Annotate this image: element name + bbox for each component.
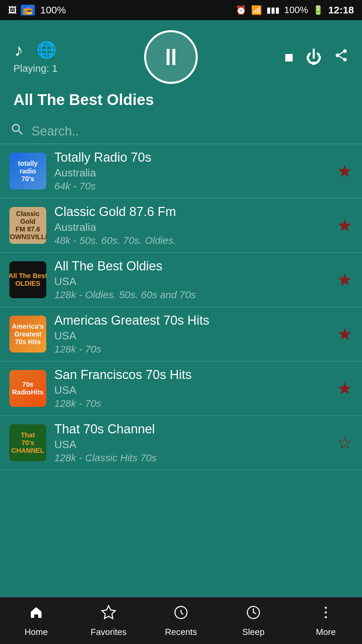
station-logo: 70s RadioHits [9,370,46,407]
station-name: That 70s Channel [54,422,329,436]
recents-nav-label: Recents [165,627,197,637]
pause-button[interactable]: ⏸ [144,30,198,84]
status-right: ⏰ 📶 ▮▮▮ 100% 🔋 12:18 [236,4,354,16]
search-bar [0,115,362,144]
station-item[interactable]: Classic Gold FM 87.6 TOWNSVILLE Classic … [0,199,362,253]
favorites-nav-label: Favorites [91,627,127,637]
station-info: Americas Greatest 70s Hits USA 128k - 70… [46,313,337,355]
station-country: Australia [54,221,329,233]
bottom-nav: Home Favorites Recents Sleep More [0,597,362,644]
signal-count: 100% [40,4,66,16]
station-list: totally radio 70's Totally Radio 70s Aus… [0,144,362,597]
svg-point-4 [325,611,327,613]
station-item[interactable]: totally radio 70's Totally Radio 70s Aus… [0,144,362,199]
station-meta: 64k - 70s [54,180,329,192]
sleep-nav-label: Sleep [242,627,265,637]
controls-right: ■ ⏻ [284,48,349,66]
station-logo: All The Best OLDIES [9,261,46,298]
station-info: All The Best Oldies USA 128k - Oldies. 5… [46,259,337,301]
station-logo: totally radio 70's [9,153,46,190]
station-country: Australia [54,167,329,179]
station-country: USA [54,438,329,451]
stop-button[interactable]: ■ [284,48,294,66]
favorite-star[interactable]: ★ [337,324,353,344]
share-button[interactable] [334,48,349,66]
home-nav-label: Home [24,627,48,637]
battery-icon: 🔋 [313,5,323,15]
alarm-icon: ⏰ [236,5,246,15]
favorite-star[interactable]: ☆ [337,433,353,453]
globe-icon[interactable]: 🌐 [37,41,57,59]
station-meta: 128k - Oldies. 50s. 60s and 70s [54,289,329,301]
time-display: 12:18 [328,4,354,16]
nav-item-recents[interactable]: Recents [145,604,217,637]
station-logo: America's Greatest 70s Hits [9,316,46,353]
power-button[interactable]: ⏻ [306,48,322,66]
station-name: Totally Radio 70s [54,150,329,165]
status-bar: 🖼 📻 100% ⏰ 📶 ▮▮▮ 100% 🔋 12:18 [0,0,362,20]
station-logo: That 70's CHANNEL [9,424,46,461]
ctrl-left-icons: ♪ 🌐 [14,40,57,60]
controls-left: ♪ 🌐 Playing: 1 [13,40,58,74]
svg-point-3 [325,607,327,609]
station-item[interactable]: 70s RadioHits San Franciscos 70s Hits US… [0,362,362,416]
sleep-nav-icon [245,604,261,624]
station-name: All The Best Oldies [54,259,329,273]
favorite-star[interactable]: ★ [337,270,353,290]
favorite-star[interactable]: ★ [337,378,353,398]
music-note-icon[interactable]: ♪ [14,40,23,60]
station-item[interactable]: That 70's CHANNEL That 70s Channel USA 1… [0,416,362,470]
nav-item-favorites[interactable]: Favorites [72,604,145,637]
station-country: USA [54,275,329,288]
controls-row: ♪ 🌐 Playing: 1 ⏸ ■ ⏻ [13,30,349,84]
content-wrap: ♪ 🌐 Playing: 1 ⏸ ■ ⏻ All The Best [0,20,362,597]
station-item[interactable]: All The Best OLDIES All The Best Oldies … [0,253,362,307]
station-logo: Classic Gold FM 87.6 TOWNSVILLE [9,207,46,244]
svg-point-5 [325,616,327,618]
battery-percent: 100% [284,5,308,15]
station-item[interactable]: America's Greatest 70s Hits Americas Gre… [0,307,362,362]
favorite-star[interactable]: ★ [337,215,353,235]
search-icon [10,122,25,140]
station-meta: 128k - 70s [54,398,329,409]
pause-icon: ⏸ [159,44,183,70]
player-header: ♪ 🌐 Playing: 1 ⏸ ■ ⏻ All The Best [0,20,362,115]
station-info: That 70s Channel USA 128k - Classic Hits… [46,422,337,464]
status-left: 🖼 📻 100% [8,4,66,16]
station-country: USA [54,330,329,342]
radio-icon: 📻 [21,5,35,15]
nav-item-sleep[interactable]: Sleep [217,604,290,637]
station-info: Classic Gold 87.6 Fm Australia 48k - 50s… [46,205,337,246]
svg-marker-0 [102,606,115,619]
nav-item-home[interactable]: Home [0,604,72,637]
nav-item-more[interactable]: More [290,604,362,637]
favorite-star[interactable]: ★ [337,161,353,181]
now-playing-title: All The Best Oldies [13,91,154,109]
home-nav-icon [28,604,44,624]
recents-nav-icon [173,604,189,624]
image-icon: 🖼 [8,5,17,15]
more-nav-icon [318,604,334,624]
more-nav-label: More [316,627,336,637]
station-meta: 128k - Classic Hits 70s [54,452,329,464]
station-name: San Franciscos 70s Hits [54,368,329,382]
favorites-nav-icon [101,604,117,624]
signal-bars-icon: ▮▮▮ [266,5,280,15]
station-info: Totally Radio 70s Australia 64k - 70s [46,150,337,192]
wifi-icon: 📶 [251,5,262,15]
station-info: San Franciscos 70s Hits USA 128k - 70s [46,368,337,409]
station-name: Americas Greatest 70s Hits [54,313,329,328]
station-meta: 128k - 70s [54,343,329,355]
search-input[interactable] [32,124,352,139]
station-name: Classic Gold 87.6 Fm [54,205,329,219]
playing-label: Playing: 1 [13,63,58,74]
station-meta: 48k - 50s. 60s. 70s. Oldies. [54,235,329,246]
station-country: USA [54,384,329,396]
